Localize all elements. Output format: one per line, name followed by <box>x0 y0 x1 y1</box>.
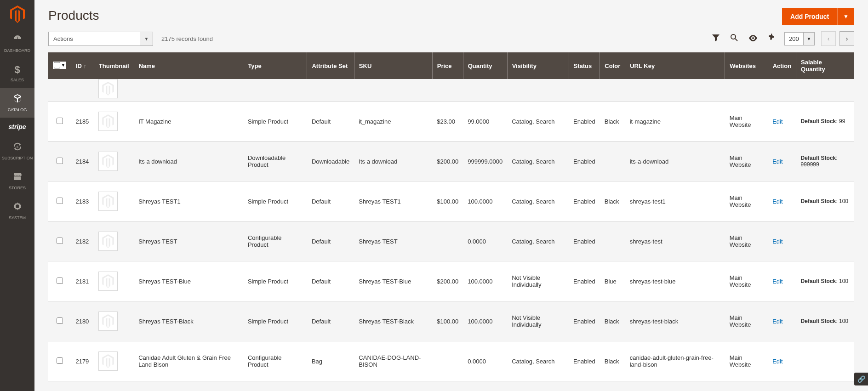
edit-link[interactable]: Edit <box>772 158 782 165</box>
page-size[interactable]: 200 ▼ <box>784 32 815 45</box>
grid-toolbar: Actions ▼ 2175 records found 200 ▼ ‹ › <box>34 25 868 52</box>
row-checkbox[interactable] <box>57 158 63 164</box>
pager-next[interactable]: › <box>839 31 854 46</box>
cell-id: 2185 <box>71 102 94 142</box>
table-row[interactable]: 2185IT MagazineSimple ProductDefaultit_m… <box>48 102 854 142</box>
cell-name: Shreyas TEST <box>134 221 243 261</box>
columns-icon[interactable] <box>766 32 778 46</box>
grid-header-row: ▼ID↑ThumbnailNameTypeAttribute SetSKUPri… <box>48 52 854 79</box>
sidebar-item-sales[interactable]: $SALES <box>0 58 34 88</box>
cell-status: Enabled <box>569 261 600 301</box>
cell-price: $100.00 <box>432 301 463 341</box>
table-row[interactable]: 2179Canidae Adult Gluten & Grain Free La… <box>48 341 854 381</box>
cell-websites <box>725 79 768 102</box>
svg-text:$: $ <box>16 145 18 149</box>
floating-link-icon[interactable]: 🔗 <box>854 373 868 385</box>
cell-status: Enabled <box>569 221 600 261</box>
thumbnail[interactable] <box>98 351 118 371</box>
filters-icon[interactable] <box>710 32 722 46</box>
cell-color <box>600 221 625 261</box>
table-row[interactable]: 2180Shreyas TEST-BlackSimple ProductDefa… <box>48 301 854 341</box>
row-checkbox[interactable] <box>57 278 63 284</box>
select-all[interactable]: ▼ <box>53 62 66 69</box>
sidebar-item-stripe[interactable]: stripe <box>0 118 34 136</box>
row-checkbox[interactable] <box>57 118 63 124</box>
col-header[interactable]: Thumbnail <box>94 52 134 79</box>
col-header[interactable]: Name <box>134 52 243 79</box>
cell-type <box>243 79 307 102</box>
col-header[interactable]: Action <box>768 52 796 79</box>
mass-actions[interactable]: Actions ▼ <box>48 32 153 46</box>
thumbnail[interactable] <box>98 152 118 171</box>
default-view-icon[interactable] <box>747 32 760 45</box>
cell-color <box>600 79 625 102</box>
table-row[interactable]: 2183Shreyas TEST1Simple ProductDefaultSh… <box>48 181 854 221</box>
thumbnail[interactable] <box>98 312 118 331</box>
col-header[interactable]: Visibility <box>507 52 569 79</box>
page-size-value[interactable]: 200 <box>784 32 804 45</box>
cell-id: 2179 <box>71 341 94 381</box>
thumbnail[interactable] <box>98 79 118 98</box>
edit-link[interactable]: Edit <box>772 238 782 245</box>
mass-actions-toggle[interactable]: ▼ <box>140 32 153 46</box>
cell-name: Shreyas TEST-Blue <box>134 261 243 301</box>
cell-status: Enabled <box>569 301 600 341</box>
row-checkbox[interactable] <box>57 317 63 324</box>
table-row[interactable]: 2181Shreyas TEST-BlueSimple ProductDefau… <box>48 261 854 301</box>
sidebar-item-dashboard[interactable]: DASHBOARD <box>0 28 34 58</box>
thumbnail[interactable] <box>98 232 118 251</box>
sidebar-item-stores[interactable]: STORES <box>0 166 34 196</box>
col-header[interactable]: URL Key <box>625 52 725 79</box>
pager-prev[interactable]: ‹ <box>821 31 836 46</box>
mass-actions-label[interactable]: Actions <box>48 32 140 46</box>
sort-asc-icon: ↑ <box>84 63 86 69</box>
cell-attrset: Default <box>307 261 354 301</box>
add-product-toggle[interactable]: ▼ <box>837 8 854 25</box>
col-header[interactable]: Status <box>569 52 600 79</box>
magento-logo[interactable] <box>0 0 34 28</box>
cell-status <box>569 79 600 102</box>
cell-sku: Shreyas TEST-Blue <box>354 261 432 301</box>
edit-link[interactable]: Edit <box>772 318 782 325</box>
row-checkbox[interactable] <box>57 357 63 364</box>
sidebar-item-catalog[interactable]: CATALOG <box>0 88 34 118</box>
salable-cell: Default Stock: 100 <box>801 198 850 204</box>
cell-url: shreyas-test <box>625 221 725 261</box>
cell-visibility: Catalog, Search <box>507 181 569 221</box>
cell-type: Configurable Product <box>243 341 307 381</box>
row-checkbox[interactable] <box>57 198 63 204</box>
cell-status: Enabled <box>569 102 600 142</box>
col-header[interactable]: Quantity <box>463 52 507 79</box>
edit-link[interactable]: Edit <box>772 198 782 205</box>
table-row[interactable]: 2184Its a downloadDownloadable ProductDo… <box>48 142 854 181</box>
col-header[interactable]: ▼ <box>48 52 71 79</box>
col-header[interactable]: SKU <box>354 52 432 79</box>
cell-visibility: Not Visible Individually <box>507 301 569 341</box>
add-product-button[interactable]: Add Product <box>782 8 837 25</box>
page-size-toggle[interactable]: ▼ <box>804 32 815 45</box>
sidebar-item-subscription[interactable]: $SUBSCRIPTION <box>0 136 34 166</box>
table-row[interactable]: 2182Shreyas TESTConfigurable ProductDefa… <box>48 221 854 261</box>
sidebar-item-label: DASHBOARD <box>4 48 30 53</box>
cell-visibility: Catalog, Search <box>507 102 569 142</box>
col-header[interactable]: ID↑ <box>71 52 94 79</box>
cell-visibility: Not Visible Individually <box>507 261 569 301</box>
edit-link[interactable]: Edit <box>772 278 782 285</box>
col-header[interactable]: Color <box>600 52 625 79</box>
sidebar-item-system[interactable]: SYSTEM <box>0 196 34 226</box>
col-header[interactable]: Websites <box>725 52 768 79</box>
thumbnail[interactable] <box>98 192 118 211</box>
col-header[interactable]: SalableQuantity <box>796 52 854 79</box>
search-icon[interactable] <box>728 32 740 46</box>
thumbnail[interactable] <box>98 272 118 291</box>
cell-qty: 100.0000 <box>463 261 507 301</box>
table-row[interactable] <box>48 79 854 102</box>
col-header[interactable]: Attribute Set <box>307 52 354 79</box>
thumbnail[interactable] <box>98 112 118 131</box>
col-header[interactable]: Price <box>432 52 463 79</box>
row-checkbox[interactable] <box>57 238 63 244</box>
cell-type: Configurable Product <box>243 221 307 261</box>
col-header[interactable]: Type <box>243 52 307 79</box>
edit-link[interactable]: Edit <box>772 118 782 125</box>
edit-link[interactable]: Edit <box>772 358 782 365</box>
